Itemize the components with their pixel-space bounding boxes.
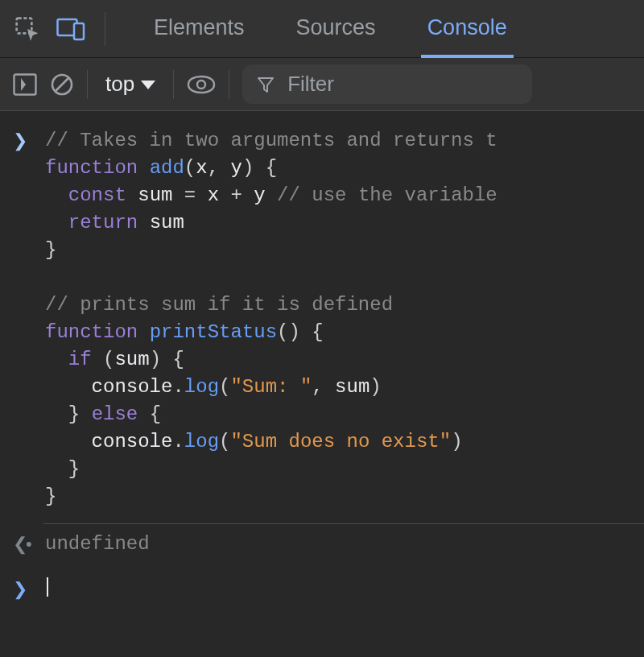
console-prompt[interactable]	[0, 566, 644, 611]
inspect-element-icon[interactable]	[13, 14, 42, 43]
tab-console[interactable]: Console	[421, 0, 514, 58]
funnel-icon	[257, 76, 275, 93]
sidebar-toggle-icon[interactable]	[13, 70, 37, 99]
tab-elements[interactable]: Elements	[147, 0, 251, 58]
execution-context-select[interactable]: top	[101, 72, 160, 97]
divider	[87, 70, 88, 99]
svg-line-5	[56, 78, 68, 91]
device-toolbar-icon[interactable]	[56, 14, 85, 43]
prompt-input[interactable]	[45, 576, 48, 603]
tab-label: Sources	[296, 15, 376, 40]
tab-label: Elements	[154, 15, 245, 40]
output-text: undefined	[45, 531, 150, 558]
divider	[43, 523, 644, 524]
divider	[173, 70, 174, 99]
tabs: Elements Sources Console	[125, 0, 631, 57]
console-toolbar: top	[0, 58, 644, 111]
tab-sources[interactable]: Sources	[290, 0, 382, 58]
prompt-icon	[13, 127, 45, 510]
tab-label: Console	[427, 15, 507, 40]
svg-point-6	[197, 81, 205, 89]
output-icon	[13, 531, 45, 558]
svg-rect-2	[74, 23, 84, 39]
clear-console-icon[interactable]	[50, 70, 74, 99]
filter-input[interactable]	[286, 71, 518, 97]
console-entry-input: // Takes in two arguments and returns t …	[0, 126, 644, 519]
divider	[105, 12, 105, 46]
context-label: top	[105, 72, 134, 97]
filter-box[interactable]	[242, 64, 532, 104]
live-expression-icon[interactable]	[187, 70, 216, 99]
prompt-icon	[13, 576, 45, 603]
devtools-tabbar: Elements Sources Console	[0, 0, 644, 58]
console-body: // Takes in two arguments and returns t …	[0, 111, 644, 611]
chevron-down-icon	[141, 81, 155, 89]
code-block[interactable]: // Takes in two arguments and returns t …	[45, 127, 497, 510]
console-entry-output: undefined	[0, 529, 644, 566]
divider	[229, 70, 229, 99]
